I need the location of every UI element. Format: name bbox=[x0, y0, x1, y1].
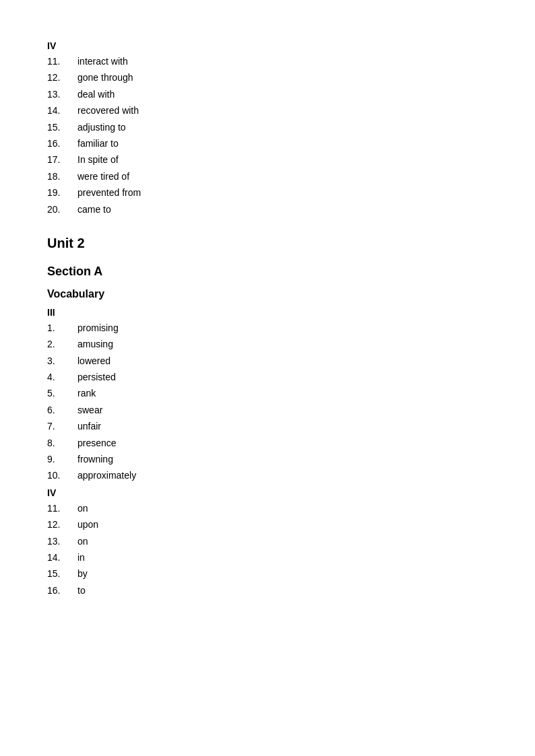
list-item: 13.on bbox=[47, 534, 488, 549]
list-num: 11. bbox=[47, 54, 77, 69]
list-text: in bbox=[77, 550, 85, 565]
list-text: presence bbox=[77, 436, 117, 450]
list-item: 10.approximately bbox=[47, 468, 488, 483]
section-iii: III 1.promising2.amusing3.lowered4.persi… bbox=[47, 307, 488, 483]
list-item: 20.came to bbox=[47, 202, 488, 217]
list-text: lowered bbox=[77, 353, 111, 368]
list-num: 1. bbox=[47, 320, 77, 335]
list-num: 12. bbox=[47, 517, 77, 532]
list-item: 3.lowered bbox=[47, 353, 488, 368]
roman-label-iv-bottom: IV bbox=[47, 487, 488, 498]
list-item: 12.gone through bbox=[47, 70, 488, 85]
list-num: 11. bbox=[47, 501, 77, 516]
list-text: amusing bbox=[77, 337, 113, 351]
list-item: 5.rank bbox=[47, 386, 488, 401]
list-item: 14.in bbox=[47, 550, 488, 565]
list-text: prevented from bbox=[77, 185, 141, 200]
list-text: by bbox=[77, 566, 88, 581]
vocabulary-heading: Vocabulary bbox=[47, 288, 488, 300]
list-num: 12. bbox=[47, 70, 77, 85]
list-text: rank bbox=[77, 386, 96, 401]
list-text: on bbox=[77, 534, 88, 549]
list-num: 19. bbox=[47, 185, 77, 200]
list-item: 17.In spite of bbox=[47, 152, 488, 167]
list-item: 7.unfair bbox=[47, 419, 488, 434]
section-a-heading: Section A bbox=[47, 265, 488, 279]
list-item: 2.amusing bbox=[47, 337, 488, 351]
list-text: deal with bbox=[77, 87, 115, 102]
list-num: 14. bbox=[47, 103, 77, 118]
list-num: 2. bbox=[47, 337, 77, 351]
list-num: 3. bbox=[47, 353, 77, 368]
list-item: 15.by bbox=[47, 566, 488, 581]
list-item: 13.deal with bbox=[47, 87, 488, 102]
roman-label-iv-top: IV bbox=[47, 40, 488, 51]
list-num: 13. bbox=[47, 534, 77, 549]
list-text: on bbox=[77, 501, 88, 516]
list-num: 16. bbox=[47, 136, 77, 151]
list-text: promising bbox=[77, 320, 119, 335]
list-item: 19.prevented from bbox=[47, 185, 488, 200]
roman-label-iii: III bbox=[47, 307, 488, 318]
list-text: upon bbox=[77, 517, 98, 532]
list-item: 6.swear bbox=[47, 403, 488, 417]
section-iv-bottom: IV 11.on12.upon13.on14.in15.by16.to bbox=[47, 487, 488, 598]
section-iv-top: IV 11.interact with12.gone through13.dea… bbox=[47, 40, 488, 217]
list-text: approximately bbox=[77, 468, 136, 483]
list-num: 15. bbox=[47, 120, 77, 135]
list-num: 7. bbox=[47, 419, 77, 434]
list-item: 16.to bbox=[47, 583, 488, 598]
list-num: 8. bbox=[47, 436, 77, 450]
list-text: came to bbox=[77, 202, 111, 217]
list-item: 16.familiar to bbox=[47, 136, 488, 151]
list-num: 9. bbox=[47, 452, 77, 467]
list-num: 13. bbox=[47, 87, 77, 102]
list-text: frowning bbox=[77, 452, 113, 467]
list-num: 15. bbox=[47, 566, 77, 581]
list-num: 4. bbox=[47, 370, 77, 384]
list-text: recovered with bbox=[77, 103, 139, 118]
list-item: 11.on bbox=[47, 501, 488, 516]
unit2-heading: Unit 2 bbox=[47, 236, 488, 251]
list-num: 18. bbox=[47, 169, 77, 184]
list-num: 14. bbox=[47, 550, 77, 565]
list-item: 14.recovered with bbox=[47, 103, 488, 118]
list-item: 15.adjusting to bbox=[47, 120, 488, 135]
list-text: were tired of bbox=[77, 169, 129, 184]
list-item: 12.upon bbox=[47, 517, 488, 532]
list-item: 1.promising bbox=[47, 320, 488, 335]
list-num: 20. bbox=[47, 202, 77, 217]
list-text: to bbox=[77, 583, 86, 598]
list-num: 16. bbox=[47, 583, 77, 598]
list-text: interact with bbox=[77, 54, 128, 69]
list-num: 5. bbox=[47, 386, 77, 401]
list-item: 4.persisted bbox=[47, 370, 488, 384]
list-text: adjusting to bbox=[77, 120, 126, 135]
list-text: familiar to bbox=[77, 136, 119, 151]
list-item: 8.presence bbox=[47, 436, 488, 450]
list-item: 9.frowning bbox=[47, 452, 488, 467]
list-num: 10. bbox=[47, 468, 77, 483]
list-text: swear bbox=[77, 403, 102, 417]
list-item: 18.were tired of bbox=[47, 169, 488, 184]
list-num: 17. bbox=[47, 152, 77, 167]
list-text: persisted bbox=[77, 370, 116, 384]
list-num: 6. bbox=[47, 403, 77, 417]
list-text: gone through bbox=[77, 70, 133, 85]
list-item: 11.interact with bbox=[47, 54, 488, 69]
list-text: In spite of bbox=[77, 152, 119, 167]
list-text: unfair bbox=[77, 419, 101, 434]
